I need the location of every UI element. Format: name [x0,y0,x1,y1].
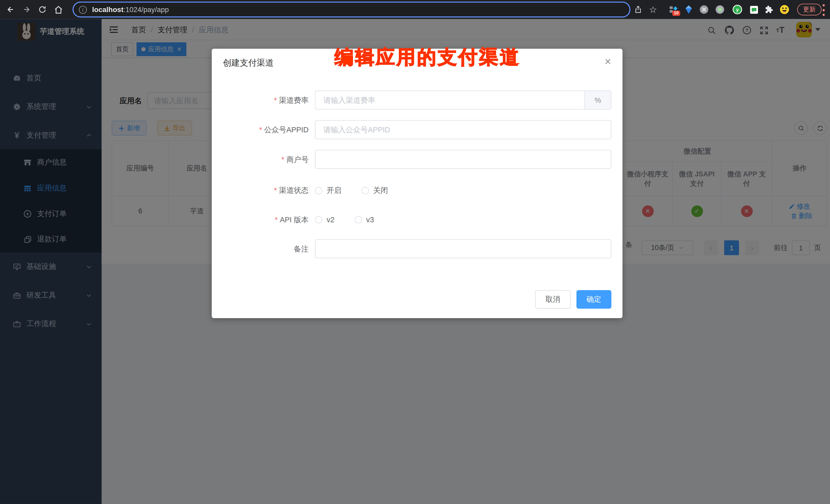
cancel-button[interactable]: 取消 [535,290,571,309]
browser-menu-icon[interactable]: ••• [821,3,826,17]
share-icon[interactable] [634,5,642,14]
browser-update-button[interactable]: 更新 [797,4,822,15]
browser-reload-button[interactable] [36,3,49,16]
app-page: 芋道管理系统 首页 系统管理 ¥ 支付管理 [0,19,830,504]
api-v3-label[interactable]: v3 [366,215,374,224]
extension-icon-4[interactable] [715,4,725,15]
status-label: *渠道状态 [219,186,309,195]
bookmark-star-icon[interactable]: ☆ [649,4,657,15]
address-bar[interactable]: i localhost:1024/pay/app [72,2,631,18]
site-info-icon[interactable]: i [79,6,87,13]
extension-icon-1[interactable]: 10 [668,4,678,15]
api-v2-label[interactable]: v2 [326,215,334,224]
api-v3-radio[interactable] [354,216,362,224]
browser-back-button[interactable] [4,3,17,16]
extension-emoji-icon[interactable] [779,4,790,15]
extension-icon-5[interactable]: y [732,4,743,15]
api-version-label: *API 版本 [219,215,309,225]
status-closed-label[interactable]: 关闭 [373,186,388,195]
confirm-button[interactable]: 确定 [576,290,611,309]
extension-icon-3[interactable]: ⌘ [699,4,709,15]
rate-suffix: % [584,91,611,109]
extension-puzzle-icon[interactable] [764,4,774,15]
svg-text:⌘: ⌘ [702,7,706,12]
remark-input[interactable] [315,239,611,258]
dialog-title: 创建支付渠道 [223,58,274,69]
svg-text:y: y [736,7,739,12]
browser-forward-button[interactable] [20,3,33,16]
browser-home-button[interactable] [52,3,65,16]
required-asterisk: * [274,96,277,104]
required-asterisk: * [275,215,278,224]
annotation-text: 编辑应用的支付渠道 [334,44,520,70]
api-version-radio-group: v2 v3 [315,215,374,224]
extension-icon-6[interactable] [748,4,759,15]
extension-icon-2[interactable] [683,4,694,15]
remark-label: 备注 [219,245,309,254]
dialog-close-icon[interactable]: ✕ [604,58,611,66]
merchant-input[interactable] [315,150,611,169]
api-v2-radio[interactable] [315,216,322,224]
browser-toolbar: i localhost:1024/pay/app ☆ 10 ⌘ y [0,0,830,19]
rate-input-group: % [315,91,611,109]
status-open-label[interactable]: 开启 [326,186,342,195]
required-asterisk: * [259,125,262,134]
status-closed-radio[interactable] [361,187,369,194]
screen: i localhost:1024/pay/app ☆ 10 ⌘ y [0,0,830,504]
url-text: localhost:1024/pay/app [92,6,169,13]
rate-label: *渠道费率 [219,96,309,105]
create-channel-dialog: 创建支付渠道 ✕ *渠道费率 % *公众号APPID *商户号 *渠道状态 开启… [212,49,622,318]
required-asterisk: * [282,155,284,163]
extension-badge: 10 [672,10,680,16]
required-asterisk: * [274,186,277,194]
status-radio-group: 开启 关闭 [315,186,388,195]
merchant-label: *商户号 [219,155,309,165]
appid-input[interactable] [315,120,611,139]
appid-label: *公众号APPID [219,125,309,135]
rate-input[interactable] [316,91,584,109]
status-open-radio[interactable] [315,187,322,194]
